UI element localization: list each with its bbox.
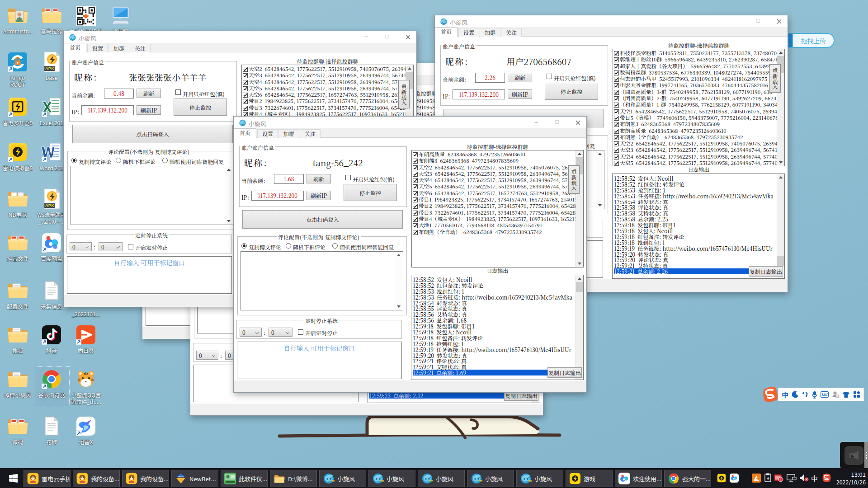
svg-text:TOP: TOP bbox=[430, 480, 433, 483]
svg-text:APK: APK bbox=[45, 203, 54, 208]
svg-text:TOP: TOP bbox=[528, 480, 532, 483]
svg-text:TOP: TOP bbox=[479, 480, 482, 483]
svg-text:APK: APK bbox=[45, 66, 54, 71]
svg-text:!: ! bbox=[780, 478, 781, 482]
svg-text:WIN: WIN bbox=[178, 475, 184, 478]
svg-text:TOP: TOP bbox=[331, 480, 335, 483]
svg-text:TOP: TOP bbox=[381, 480, 384, 483]
